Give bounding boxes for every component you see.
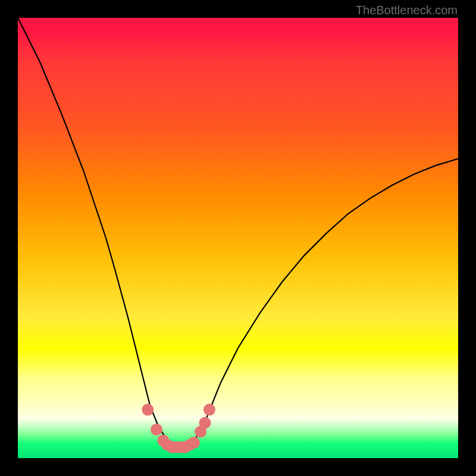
curve-marker xyxy=(199,417,211,429)
curve-marker xyxy=(188,437,200,449)
bottleneck-curve xyxy=(18,18,458,447)
curve-markers xyxy=(142,404,215,453)
watermark-text: TheBottleneck.com xyxy=(356,4,458,17)
curve-marker xyxy=(151,424,162,436)
bottleneck-curve-svg xyxy=(18,18,458,458)
curve-marker xyxy=(142,404,154,416)
curve-marker xyxy=(203,404,215,416)
chart-container: TheBottleneck.com xyxy=(0,0,476,476)
plot-area xyxy=(18,18,458,458)
